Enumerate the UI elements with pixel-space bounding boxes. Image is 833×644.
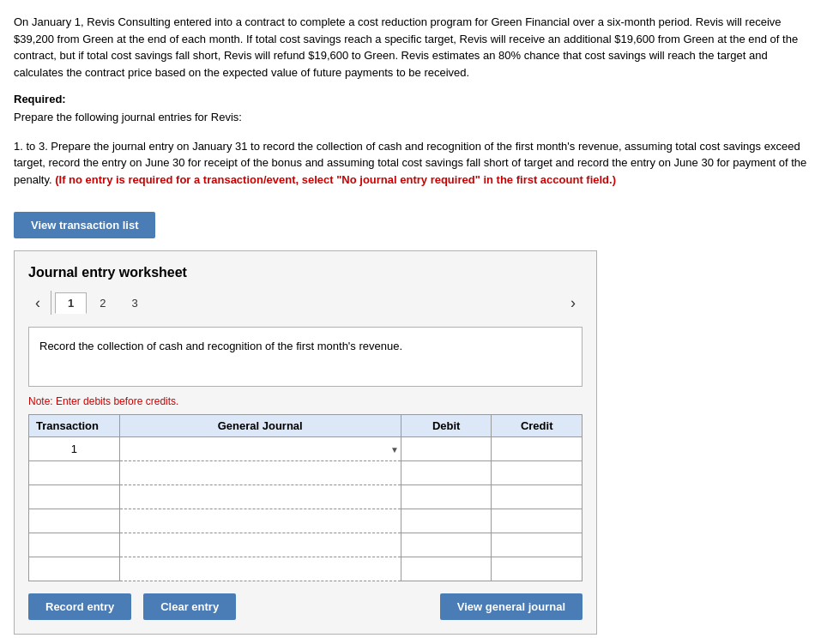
red-instruction: (If no entry is required for a transacti… [55, 173, 616, 186]
debit-cell[interactable] [401, 557, 492, 581]
general-journal-input[interactable] [124, 539, 397, 551]
general-journal-cell[interactable] [119, 485, 401, 509]
table-row: 1▼ [29, 437, 582, 461]
button-row: Record entry Clear entry View general jo… [28, 593, 582, 620]
credit-input[interactable] [495, 515, 578, 527]
prepare-text: Prepare the following journal entries fo… [14, 109, 819, 126]
debit-input[interactable] [405, 563, 488, 575]
credit-input[interactable] [495, 443, 578, 455]
note-text: Note: Enter debits before credits. [28, 395, 582, 407]
debit-cell[interactable] [401, 437, 492, 461]
required-label: Required: [14, 93, 819, 105]
journal-table: Transaction General Journal Debit Credit… [28, 414, 582, 581]
transaction-number-cell [29, 557, 120, 581]
tab-3[interactable]: 3 [118, 292, 150, 314]
general-journal-input[interactable] [124, 515, 397, 527]
credit-cell[interactable] [492, 437, 582, 461]
problem-container: On January 1, Revis Consulting entered i… [14, 14, 819, 188]
debit-input[interactable] [405, 491, 488, 503]
credit-input[interactable] [495, 491, 578, 503]
transaction-number-cell [29, 509, 120, 533]
general-journal-cell[interactable] [119, 461, 401, 485]
transaction-number-cell [29, 533, 120, 557]
debit-input[interactable] [405, 467, 488, 479]
col-header-general-journal: General Journal [119, 415, 401, 437]
general-journal-input[interactable] [124, 563, 397, 575]
credit-input[interactable] [495, 539, 578, 551]
table-header-row: Transaction General Journal Debit Credit [29, 415, 582, 437]
credit-input[interactable] [495, 563, 578, 575]
general-journal-cell[interactable] [119, 509, 401, 533]
worksheet-title: Journal entry worksheet [28, 265, 582, 280]
col-header-debit: Debit [401, 415, 492, 437]
credit-cell[interactable] [492, 557, 582, 581]
worksheet-container: Journal entry worksheet ‹ 1 2 3 › Record… [14, 250, 597, 635]
col-header-credit: Credit [492, 415, 582, 437]
debit-cell[interactable] [401, 509, 492, 533]
credit-cell[interactable] [492, 485, 582, 509]
debit-input[interactable] [405, 443, 488, 455]
transaction-number-cell [29, 485, 120, 509]
col-header-transaction: Transaction [29, 415, 120, 437]
debit-cell[interactable] [401, 461, 492, 485]
credit-input[interactable] [495, 467, 578, 479]
tab-separator [51, 291, 51, 315]
transaction-number-cell: 1 [29, 437, 120, 461]
debit-cell[interactable] [401, 485, 492, 509]
next-tab-button[interactable]: › [564, 292, 582, 314]
view-transaction-button[interactable]: View transaction list [14, 212, 155, 238]
clear-entry-button[interactable]: Clear entry [143, 593, 236, 620]
table-row [29, 533, 582, 557]
debit-cell[interactable] [401, 533, 492, 557]
debit-input[interactable] [405, 539, 488, 551]
tab-1[interactable]: 1 [55, 292, 87, 314]
credit-cell[interactable] [492, 461, 582, 485]
problem-text: On January 1, Revis Consulting entered i… [14, 14, 819, 81]
table-row [29, 557, 582, 581]
general-journal-input[interactable] [124, 491, 397, 503]
instruction-text: 1. to 3. Prepare the journal entry on Ja… [14, 138, 819, 189]
transaction-number-cell [29, 461, 120, 485]
credit-cell[interactable] [492, 533, 582, 557]
tab-navigation: ‹ 1 2 3 › [28, 291, 582, 315]
description-box: Record the collection of cash and recogn… [28, 327, 582, 387]
record-entry-button[interactable]: Record entry [28, 593, 131, 620]
general-journal-cell[interactable] [119, 557, 401, 581]
general-journal-cell[interactable] [119, 533, 401, 557]
view-general-journal-button[interactable]: View general journal [440, 593, 582, 620]
tab-2[interactable]: 2 [87, 292, 118, 314]
general-journal-input[interactable] [124, 443, 397, 455]
credit-cell[interactable] [492, 509, 582, 533]
debit-input[interactable] [405, 515, 488, 527]
table-row [29, 461, 582, 485]
general-journal-input[interactable] [124, 467, 397, 479]
description-text: Record the collection of cash and recogn… [39, 340, 402, 352]
table-row [29, 509, 582, 533]
table-row [29, 485, 582, 509]
prev-tab-button[interactable]: ‹ [28, 292, 47, 314]
general-journal-cell[interactable]: ▼ [119, 437, 401, 461]
